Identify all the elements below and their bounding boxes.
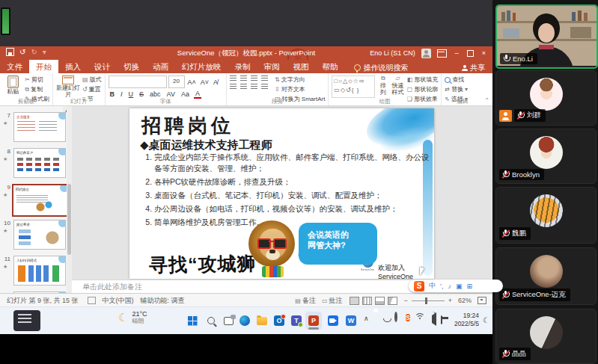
tell-me-search[interactable]: 操作说明搜索 (354, 60, 409, 73)
quick-styles-button[interactable]: ▱ 快速样式 (391, 75, 404, 99)
tab-home[interactable]: 开始 (29, 60, 58, 73)
paste-button[interactable]: 粘贴 (3, 75, 22, 99)
meeting-app-button[interactable] (325, 312, 341, 330)
replace-button[interactable]: ⇄替换 ▾ (445, 85, 468, 93)
slide-8-thumbnail[interactable]: 我们的客户 (13, 148, 66, 178)
thumbnail-scrollbar[interactable] (67, 105, 72, 293)
clear-formatting-button[interactable]: A̸ (212, 78, 219, 86)
copy-button[interactable]: ⧉复制 (25, 85, 49, 93)
focus-assist-moon-icon[interactable]: ☾ (483, 316, 489, 324)
italic-button[interactable]: I (119, 90, 124, 98)
battery-tray-icon[interactable] (441, 316, 442, 324)
sogou-logo-icon[interactable]: S (414, 281, 424, 291)
teams-button[interactable]: T (288, 312, 305, 330)
powerpoint-button-active[interactable]: P (305, 312, 322, 330)
ime-skin-icon[interactable]: ⊞ (467, 283, 473, 290)
indent-decrease-button[interactable] (251, 75, 257, 81)
align-left-button[interactable] (230, 84, 237, 89)
edge-button[interactable] (237, 312, 253, 330)
cut-button[interactable]: ✂剪切 (25, 75, 49, 84)
wecom-button[interactable]: W (343, 312, 359, 330)
start-button[interactable] (184, 312, 201, 330)
slide-7-thumbnail[interactable]: 企业服务 (13, 112, 66, 142)
restore-button[interactable] (467, 50, 474, 57)
shape-fill-button[interactable]: ◧形状填充 (407, 75, 439, 84)
taskbar-clock[interactable]: 19:24 2022/5/5 (454, 312, 479, 328)
participant-tile-video[interactable]: Eno.Li (495, 4, 598, 69)
slide-11-thumbnail[interactable]: 入职培训模式 (13, 256, 66, 286)
tab-insert[interactable]: 插入 (58, 60, 88, 73)
outlook-button[interactable]: O (271, 312, 287, 330)
shrink-font-button[interactable]: A˅ (199, 78, 210, 86)
zoom-slider[interactable] (412, 300, 445, 301)
strikethrough-button[interactable]: S (138, 90, 145, 98)
grow-font-button[interactable]: A˄ (186, 78, 198, 86)
task-view-button[interactable] (220, 312, 237, 330)
weather-widget[interactable]: ☾ 21°C 晴朗 (118, 310, 147, 325)
share-button[interactable]: 共享 (462, 60, 492, 73)
ime-mode-toggle[interactable]: 中 (429, 281, 436, 291)
accessibility-status[interactable]: 辅助功能: 调查 (141, 296, 185, 306)
tab-review[interactable]: 审阅 (257, 60, 287, 73)
ime-punctuation-toggle[interactable]: ’, (440, 283, 444, 290)
reading-view-button[interactable] (375, 297, 385, 305)
shapes-gallery[interactable]: □○△⬦☆⇨ ▭◇↺{ } (332, 75, 375, 98)
zoom-out-button[interactable]: − (403, 297, 407, 304)
align-right-button[interactable] (251, 84, 257, 89)
ime-voice-icon[interactable]: ♪ (448, 283, 452, 290)
mic-tray-icon[interactable] (383, 313, 386, 321)
participant-tile[interactable]: Brooklyn (495, 129, 597, 184)
new-slide-button[interactable]: 新建幻灯片 (56, 75, 80, 99)
tab-help[interactable]: 帮助 (316, 60, 345, 73)
comments-toggle[interactable]: 批注 (329, 296, 342, 306)
character-spacing-button[interactable]: AV (165, 90, 177, 98)
fit-to-window-button[interactable] (478, 297, 486, 304)
ime-emoji-icon[interactable]: ▣ (456, 283, 463, 290)
save-button[interactable] (6, 48, 14, 56)
close-button[interactable]: × (480, 49, 488, 57)
find-button[interactable]: 查找 (445, 75, 468, 84)
slide-9-thumbnail-selected[interactable]: 招聘岗位 (12, 184, 68, 217)
font-name-select[interactable] (109, 75, 167, 88)
ribbon-display-options-button[interactable] (437, 49, 447, 58)
tab-file[interactable]: 文件 (0, 60, 29, 73)
numbering-button[interactable] (240, 75, 247, 81)
justify-button[interactable] (261, 84, 268, 89)
zoom-level[interactable]: 62% (458, 297, 472, 304)
text-direction-button[interactable]: ⇅文字方向 (275, 75, 325, 84)
change-case-button[interactable]: Aa (180, 90, 191, 98)
shared-thumbnail[interactable] (1, 7, 10, 35)
indent-increase-button[interactable] (261, 75, 268, 81)
tab-slideshow[interactable]: 幻灯片放映 (175, 60, 228, 73)
collapse-ribbon-button[interactable]: ⌃ (484, 97, 492, 105)
tab-record[interactable]: 录制 (228, 60, 257, 73)
slideshow-button[interactable] (388, 297, 397, 305)
underline-button[interactable]: U (127, 90, 135, 98)
shape-outline-button[interactable]: ▢形状轮廓 (407, 85, 439, 93)
redo-button[interactable]: ↻ (31, 48, 37, 56)
layout-button[interactable]: ▤版式 (82, 75, 102, 84)
taskbar-search-button[interactable] (203, 312, 219, 330)
qat-customize-button[interactable]: ▾ (43, 48, 46, 56)
slide-sorter-view-button[interactable] (362, 297, 372, 305)
file-explorer-button[interactable] (254, 312, 270, 330)
floating-panel-icon[interactable] (13, 310, 40, 331)
align-text-button[interactable]: ⇳对齐文本 (275, 85, 325, 93)
slide-10-thumbnail[interactable]: 岗位要求 (13, 220, 66, 250)
sogou-tray-icon[interactable]: S (406, 313, 410, 322)
font-size-input[interactable]: 20 (168, 75, 185, 88)
tab-view[interactable]: 视图 (287, 60, 316, 73)
account-name[interactable]: Eno Li (S1 CN) (370, 49, 415, 57)
tab-design[interactable]: 设计 (88, 60, 117, 73)
bullets-button[interactable] (230, 75, 237, 81)
zoom-in-button[interactable]: + (448, 297, 452, 304)
participant-tile[interactable]: 魏鹏 (495, 187, 597, 244)
slide-9[interactable]: 招聘岗位 ◆桌面运维技术支持工程师 完成企业内部关于操作系统、应用软件、邮件客户… (129, 108, 434, 279)
normal-view-button[interactable] (350, 297, 359, 305)
spellcheck-icon[interactable] (88, 297, 96, 304)
volume-tray-icon[interactable] (432, 315, 438, 323)
participant-tile[interactable]: 晶晶 (495, 309, 597, 364)
tab-transitions[interactable]: 切换 (117, 60, 146, 73)
align-center-button[interactable] (240, 84, 247, 89)
tray-expand-button[interactable]: ∧ (364, 315, 369, 322)
